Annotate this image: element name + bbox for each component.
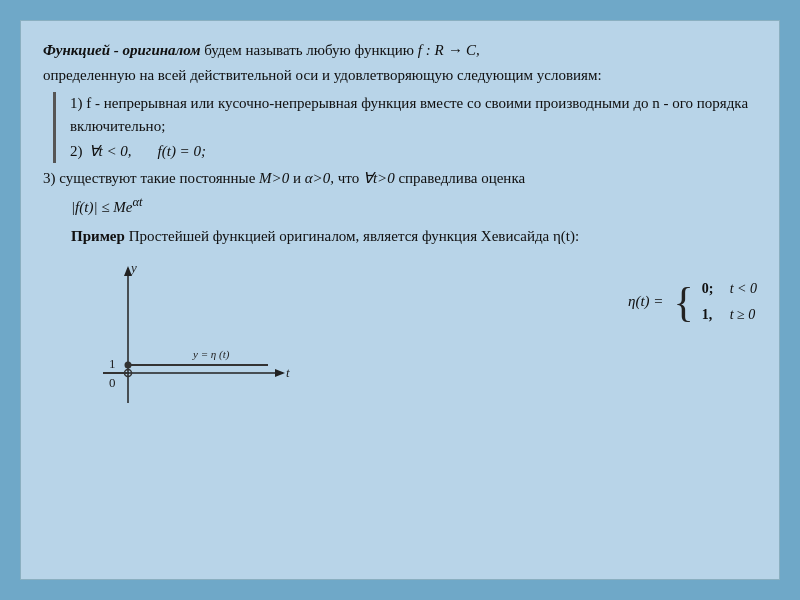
c3-M: M>0 (259, 170, 289, 186)
c3-forall: ∀t>0 (363, 170, 395, 186)
c2-label: 2) (70, 140, 83, 163)
intro-text1: будем называть любую функцию (200, 42, 417, 58)
condition-3: 3) существуют такие постоянные M>0 и α>0… (43, 167, 757, 190)
c3-inequality: |f(t)| ≤ Me (71, 199, 132, 215)
intro-paragraph: Функцией - оригиналом будем называть люб… (43, 39, 757, 62)
case1-condition: t < 0 (730, 278, 757, 300)
term-highlight: Функцией - оригиналом (43, 42, 200, 58)
piecewise-block: η(t) = { 0; t < 0 1, t ≥ 0 (628, 278, 757, 325)
graph-container: y t 0 1 y = η (73, 258, 293, 418)
piecewise-case-1: 0; t < 0 (702, 278, 757, 300)
svg-text:t: t (286, 365, 290, 380)
svg-text:y = η (t): y = η (t) (192, 348, 230, 361)
graph-svg: y t 0 1 y = η (73, 258, 293, 418)
case2-value: 1, (702, 304, 716, 326)
condition-1: 1) f - непрерывная или кусочно-непрерывн… (70, 92, 757, 139)
svg-text:y: y (129, 260, 137, 275)
text-content: Функцией - оригиналом будем называть люб… (43, 39, 757, 418)
svg-text:0: 0 (109, 375, 116, 390)
intro-paragraph2: определенную на всей действительной оси … (43, 64, 757, 87)
piecewise-case-2: 1, t ≥ 0 (702, 304, 757, 326)
c2-forall: ∀t < 0, (89, 140, 132, 163)
c3-alpha: α>0, (305, 170, 334, 186)
piecewise-cases: 0; t < 0 1, t ≥ 0 (702, 278, 757, 325)
brace-icon: { (673, 281, 693, 323)
graph-and-formula: y t 0 1 y = η (43, 258, 757, 418)
case1-value: 0; (702, 278, 716, 300)
svg-marker-3 (275, 369, 285, 377)
svg-point-11 (125, 362, 132, 369)
example-label: Пример (71, 228, 125, 244)
c2-formula: f(t) = 0; (158, 140, 206, 163)
c3-text: 3) существуют такие постоянные (43, 170, 259, 186)
main-card: Функцией - оригиналом будем называть люб… (20, 20, 780, 580)
c3-and: и (289, 170, 305, 186)
example-paragraph: Пример Простейшей функцией оригиналом, я… (43, 225, 757, 248)
condition-3-ineq: |f(t)| ≤ Meαt (71, 193, 757, 219)
c3-exponent: αt (132, 195, 142, 209)
c3-rest: что (334, 170, 363, 186)
svg-text:1: 1 (109, 356, 116, 371)
condition-2: 2) ∀t < 0, f(t) = 0; (70, 140, 757, 163)
conditions-block: 1) f - непрерывная или кусочно-непрерывн… (53, 92, 757, 164)
example-text: Простейшей функцией оригиналом, является… (125, 228, 579, 244)
intro-formula: f : R → C, (418, 42, 480, 58)
piecewise-lhs: η(t) = (628, 290, 663, 313)
c3-rest2: справедлива оценка (395, 170, 525, 186)
case2-condition: t ≥ 0 (730, 304, 756, 326)
